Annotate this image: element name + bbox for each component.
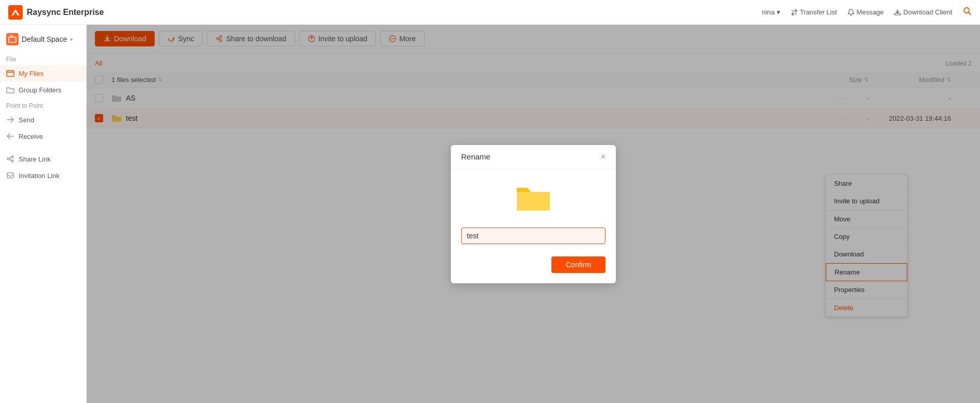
send-icon — [6, 116, 14, 124]
my-files-label: My Files — [19, 70, 43, 77]
send-label: Send — [19, 116, 34, 124]
group-folders-icon — [6, 86, 14, 94]
share-link-icon — [6, 155, 14, 163]
invitation-link-label: Invitation Link — [19, 172, 60, 180]
space-selector[interactable]: Default Space ▾ — [0, 29, 86, 52]
message-button[interactable]: Message — [847, 8, 884, 16]
svg-rect-5 — [7, 71, 14, 76]
space-chevron-icon: ▾ — [70, 37, 73, 42]
svg-point-8 — [11, 160, 13, 162]
svg-rect-4 — [9, 37, 16, 42]
top-bar: Raysync Enterprise nina ▾ Transfer List … — [0, 0, 980, 25]
rename-modal: Rename × Confirm — [451, 145, 616, 283]
user-menu[interactable]: nina ▾ — [762, 8, 780, 16]
group-folders-label: Group Folders — [19, 86, 61, 94]
download-client-icon — [894, 9, 901, 16]
main-area: Default Space ▾ File My Files Group Fold… — [0, 25, 980, 403]
logo-area: Raysync Enterprise — [8, 5, 104, 20]
receive-icon — [6, 132, 14, 140]
confirm-button[interactable]: Confirm — [551, 256, 606, 273]
sidebar-item-my-files[interactable]: My Files — [0, 65, 86, 82]
download-client-label: Download Client — [903, 8, 952, 16]
space-name: Default Space — [22, 35, 67, 43]
modal-close-button[interactable]: × — [601, 152, 606, 162]
transfer-icon — [791, 9, 798, 16]
svg-rect-0 — [8, 5, 23, 20]
space-icon — [6, 33, 19, 45]
modal-body — [451, 169, 616, 252]
point-section-label: Point to Point — [0, 98, 86, 111]
transfer-list-button[interactable]: Transfer List — [791, 8, 837, 16]
modal-folder-icon — [515, 182, 552, 219]
sidebar: Default Space ▾ File My Files Group Fold… — [0, 25, 87, 403]
message-label: Message — [857, 8, 884, 16]
logo-icon — [8, 5, 23, 20]
modal-footer: Confirm — [451, 252, 616, 283]
receive-label: Receive — [19, 133, 43, 140]
svg-rect-2 — [894, 13, 901, 15]
search-icon — [962, 6, 972, 15]
app-title: Raysync Enterprise — [27, 8, 104, 17]
download-client-button[interactable]: Download Client — [894, 8, 952, 16]
sidebar-item-receive[interactable]: Receive — [0, 128, 86, 144]
modal-title: Rename — [461, 152, 491, 161]
top-right-actions: nina ▾ Transfer List Message Download Cl… — [762, 6, 972, 18]
sidebar-item-share-link[interactable]: Share Link — [0, 151, 86, 167]
confirm-label: Confirm — [566, 261, 591, 269]
sidebar-item-invitation-link[interactable]: Invitation Link — [0, 167, 86, 184]
transfer-list-label: Transfer List — [800, 8, 837, 16]
sidebar-item-group-folders[interactable]: Group Folders — [0, 82, 86, 98]
my-files-icon — [6, 69, 14, 77]
bell-icon — [847, 9, 855, 16]
content-area: Download Sync Share to download Invite t… — [87, 25, 980, 403]
modal-overlay: Rename × Confirm — [87, 25, 980, 403]
sidebar-item-send[interactable]: Send — [0, 111, 86, 128]
app-wrapper: Raysync Enterprise nina ▾ Transfer List … — [0, 0, 980, 403]
user-name: nina — [762, 8, 775, 16]
svg-point-6 — [11, 156, 13, 158]
search-button[interactable] — [962, 6, 972, 18]
rename-input[interactable] — [461, 228, 606, 244]
file-section-label: File — [0, 52, 86, 65]
share-link-label: Share Link — [19, 155, 51, 163]
user-chevron-icon: ▾ — [777, 8, 780, 16]
svg-point-7 — [7, 158, 9, 160]
invitation-link-icon — [6, 171, 14, 180]
modal-header: Rename × — [451, 145, 616, 169]
